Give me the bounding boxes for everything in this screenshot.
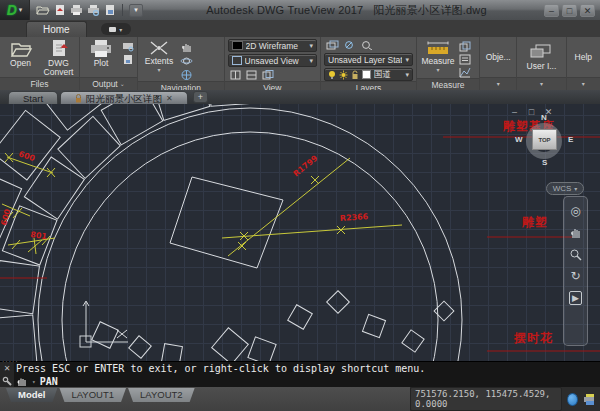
batch-plot-icon[interactable] — [122, 41, 134, 52]
panel-object: Obje... ▾ — [480, 37, 517, 90]
chevron-down-icon: ▾ — [497, 78, 500, 90]
plot-button[interactable]: Plot — [83, 39, 119, 77]
copy-settings-icon[interactable] — [459, 41, 471, 52]
open-icon[interactable] — [36, 4, 50, 16]
dwg-convert-label-2: Convert — [44, 68, 74, 77]
viewcube-south[interactable]: S — [542, 158, 547, 167]
user-interface-flyout[interactable]: ▾ — [517, 77, 565, 90]
orbit-icon[interactable] — [180, 55, 193, 67]
help-button[interactable]: Help — [567, 37, 600, 77]
publish-icon[interactable] — [104, 4, 116, 16]
close-button[interactable]: ✕ — [580, 4, 595, 17]
viewcube[interactable]: N W E S TOP — [515, 114, 573, 180]
pan-tool-icon[interactable] — [569, 226, 582, 239]
open-button[interactable]: Open — [3, 39, 38, 77]
open-label: Open — [10, 59, 31, 68]
minimize-button[interactable]: – — [544, 4, 559, 17]
layer-freeze-icon[interactable] — [360, 40, 373, 50]
command-line-panel: ····· ✕ Press ESC or ENTER to exit, or r… — [0, 361, 600, 387]
panel-output: Plot Output⌄ — [80, 37, 138, 90]
object-panel-button[interactable]: Obje... — [480, 37, 516, 77]
layer-state-dropdown[interactable]: Unsaved Layer State ▾ — [324, 53, 413, 66]
dwg-convert-icon[interactable] — [54, 4, 66, 16]
active-command-label: PAN — [40, 376, 58, 387]
plot-printer-icon — [88, 39, 114, 59]
chevron-down-icon: ▾ — [405, 71, 409, 79]
list-icon[interactable] — [459, 54, 471, 65]
maximize-button[interactable]: □ — [562, 4, 577, 17]
object-panel-flyout[interactable]: ▾ — [480, 77, 516, 90]
panel-files: Open DWG Convert Files — [0, 37, 80, 90]
graphics-performance-icon[interactable] — [567, 393, 578, 406]
visual-style-dropdown[interactable]: 2D Wireframe ▾ — [228, 39, 317, 52]
showmotion-icon[interactable]: ▶ — [569, 291, 582, 305]
viewcube-east[interactable]: E — [568, 135, 573, 144]
ribbon-tab-row: Home ▾ — [0, 20, 600, 37]
wcs-menu[interactable]: WCS ▾ — [546, 182, 584, 195]
zoom-tool-icon[interactable] — [569, 248, 582, 261]
drawing-canvas[interactable]: R1799 R2366 600 600 801 雕塑基座 雕塑 摆时花 – □ … — [0, 104, 600, 361]
lightbulb-icon — [328, 70, 336, 80]
tab-layout1[interactable]: LAYOUT1 — [59, 388, 126, 402]
viewcube-north[interactable]: N — [541, 113, 547, 122]
panel-help: Help ▾ — [567, 37, 600, 90]
dwg-trueview-window: D ▾ ▾ Autodesk DWG TrueView 2017 阳光丽景小区详… — [0, 0, 600, 411]
coordinates-readout: 751576.2150, 115475.4529, 0.0000 — [410, 387, 562, 411]
close-command-window-icon[interactable]: ✕ — [4, 364, 11, 373]
app-title: Autodesk DWG TrueView 2017 — [206, 4, 363, 16]
dim-label-r2366: R2366 — [340, 212, 369, 223]
layer-dropdown[interactable]: 国道 ▾ — [324, 68, 413, 81]
tab-start[interactable]: Start — [8, 91, 58, 104]
close-tab-icon[interactable]: ✕ — [166, 92, 173, 105]
open-folder-icon — [9, 39, 33, 59]
zoom-extents-button[interactable]: Extents ▾ — [141, 39, 177, 81]
tab-home[interactable]: Home — [26, 21, 87, 37]
new-tab-button[interactable]: + — [193, 91, 208, 103]
viewport-join-icon[interactable] — [246, 70, 258, 80]
full-navigation-wheel-icon[interactable]: ◎ — [570, 205, 580, 217]
viewport-restore-icon[interactable] — [262, 70, 274, 80]
viewcube-west[interactable]: W — [515, 135, 523, 144]
plot-icon[interactable] — [70, 4, 83, 16]
help-flyout[interactable]: ▾ — [567, 77, 600, 90]
panel-label-files: Files — [0, 77, 79, 90]
viewcube-top-face[interactable]: TOP — [532, 129, 557, 150]
chevron-down-icon: ▾ — [574, 185, 577, 192]
panel-layers: Unsaved Layer State ▾ 国道 ▾ Layers — [321, 37, 417, 90]
file-tab-bar: Start 阳光丽景小区详图 ✕ + — [0, 90, 600, 104]
layer-on-icon[interactable] — [343, 40, 356, 50]
status-right: 751576.2150, 115475.4529, 0.0000 — [410, 387, 600, 411]
window-title: Autodesk DWG TrueView 2017 阳光丽景小区详图.dwg — [149, 3, 544, 18]
dwg-convert-button[interactable]: DWG Convert — [41, 39, 76, 77]
window-controls: – □ ✕ — [544, 4, 600, 17]
quick-calc-icon[interactable] — [459, 67, 471, 78]
ribbon-state-icon — [109, 27, 116, 32]
panel-navigation: Extents ▾ Navigation — [138, 37, 225, 90]
ribbon: Open DWG Convert Files Plot — [0, 37, 600, 90]
named-view-dropdown[interactable]: Unsaved View ▾ — [228, 54, 317, 67]
user-interface-button[interactable]: User I... — [517, 37, 565, 77]
windows-icon — [530, 44, 552, 58]
preview-icon[interactable] — [87, 4, 100, 16]
tab-model[interactable]: Model — [6, 388, 57, 402]
layer-properties-icon[interactable] — [326, 40, 339, 50]
dwg-convert-icon — [47, 39, 71, 59]
ribbon-display-toggle[interactable]: ▾ — [101, 23, 131, 35]
qat-customize-button[interactable]: ▾ — [129, 4, 143, 17]
customize-wrench-icon[interactable] — [2, 376, 12, 386]
pan-icon[interactable] — [180, 41, 193, 53]
steering-wheel-icon[interactable] — [180, 69, 193, 81]
chevron-down-icon: ▾ — [309, 57, 313, 65]
chevron-down-icon: ▾ — [119, 26, 122, 33]
tab-active-drawing[interactable]: 阳光丽景小区详图 ✕ — [60, 91, 188, 104]
tab-layout2[interactable]: LAYOUT2 — [128, 388, 195, 402]
measure-button[interactable]: Measure ▾ — [420, 39, 456, 78]
plot-preview-icon[interactable] — [122, 54, 134, 65]
annotation-flowers: 摆时花 — [514, 330, 553, 347]
orbit-tool-icon[interactable]: ↻ — [570, 270, 580, 282]
plot-notification-icon[interactable] — [583, 393, 594, 406]
viewport-config-icon[interactable] — [230, 70, 242, 80]
application-menu-button[interactable]: D ▾ — [0, 0, 30, 20]
visual-style-thumbnail-icon — [232, 41, 243, 50]
dialog-launcher-icon[interactable]: ⌄ — [120, 78, 125, 90]
